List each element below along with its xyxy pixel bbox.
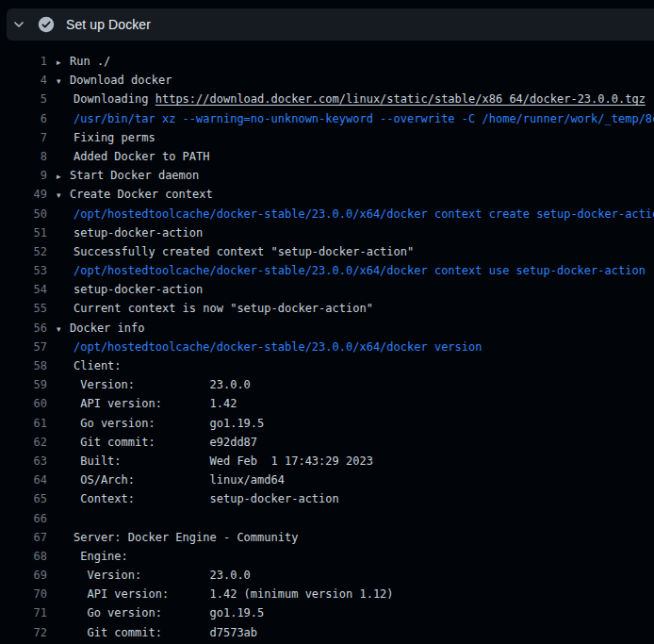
log-command-line: /opt/hostedtoolcache/docker-stable/23.0.…	[57, 338, 482, 356]
log-line: Context: setup-docker-action	[57, 489, 339, 508]
log-line: OS/Arch: linux/amd64	[57, 471, 285, 489]
triangle-expanded-icon: ▾	[57, 320, 70, 338]
log-row: 67Server: Docker Engine - Community	[0, 528, 654, 547]
log-line: API version: 1.42	[57, 394, 237, 413]
log-row: 63 Built: Wed Feb 1 17:43:29 2023	[0, 452, 654, 471]
log-group-toggle[interactable]: ▾Download docker	[57, 71, 172, 90]
line-number[interactable]: 62	[0, 433, 47, 452]
line-number[interactable]: 68	[0, 547, 47, 566]
triangle-expanded-icon: ▾	[57, 72, 70, 90]
log-row: 6/usr/bin/tar xz --warning=no-unknown-ke…	[0, 109, 654, 128]
group-label: Docker info	[70, 322, 144, 335]
line-number[interactable]: 64	[0, 471, 47, 489]
log-group-toggle[interactable]: ▸Start Docker daemon	[57, 166, 199, 185]
log-line: Version: 23.0.0	[57, 375, 251, 394]
log-row: 57/opt/hostedtoolcache/docker-stable/23.…	[0, 338, 654, 356]
line-number[interactable]: 4	[0, 71, 47, 90]
log-group-toggle[interactable]: ▾Create Docker context	[57, 185, 213, 204]
line-number[interactable]: 56	[0, 319, 47, 338]
log-line: setup-docker-action	[57, 280, 203, 299]
triangle-collapsed-icon: ▸	[57, 53, 70, 71]
group-label: Run ./	[70, 55, 110, 68]
log-row: 55Current context is now "setup-docker-a…	[0, 299, 654, 318]
log-lines: 1▸Run ./4▾Download docker5Downloading ht…	[0, 41, 654, 642]
log-row: 50/opt/hostedtoolcache/docker-stable/23.…	[0, 205, 654, 223]
log-row: 7Fixing perms	[0, 128, 654, 147]
log-row: 4▾Download docker	[0, 71, 654, 90]
log-line: Git commit: d7573ab	[57, 623, 257, 642]
line-number[interactable]: 9	[0, 166, 47, 185]
line-number[interactable]: 59	[0, 375, 47, 394]
check-circle-icon	[38, 16, 55, 33]
chevron-down-icon[interactable]	[11, 17, 26, 32]
group-label: Download docker	[70, 74, 172, 87]
line-number[interactable]: 8	[0, 147, 47, 166]
line-number[interactable]: 61	[0, 414, 47, 433]
line-number[interactable]: 53	[0, 261, 47, 280]
group-label: Start Docker daemon	[70, 169, 199, 182]
line-number[interactable]: 57	[0, 338, 47, 356]
line-number[interactable]: 54	[0, 280, 47, 299]
log-row: 62 Git commit: e92dd87	[0, 433, 654, 452]
log-line: Git commit: e92dd87	[57, 433, 257, 452]
log-row: 65 Context: setup-docker-action	[0, 489, 654, 508]
log-line: setup-docker-action	[57, 223, 203, 242]
line-number[interactable]: 50	[0, 205, 47, 223]
log-row: 66	[0, 509, 654, 528]
line-number[interactable]: 70	[0, 585, 47, 603]
log-line: Engine:	[57, 547, 128, 566]
line-number[interactable]: 52	[0, 242, 47, 261]
line-number[interactable]: 65	[0, 489, 47, 508]
log-group-toggle[interactable]: ▸Run ./	[57, 52, 110, 71]
line-number[interactable]: 69	[0, 566, 47, 585]
log-row: 64 OS/Arch: linux/amd64	[0, 471, 654, 489]
log-line: Successfully created context "setup-dock…	[57, 242, 414, 261]
log-row: 68 Engine:	[0, 547, 654, 566]
line-number[interactable]: 66	[0, 509, 47, 528]
line-number[interactable]: 5	[0, 90, 47, 108]
line-number[interactable]: 63	[0, 452, 47, 471]
log-row: 8Added Docker to PATH	[0, 147, 654, 166]
log-row: 70 API version: 1.42 (minimum version 1.…	[0, 585, 654, 603]
line-number[interactable]: 6	[0, 109, 47, 128]
log-line: Built: Wed Feb 1 17:43:29 2023	[57, 452, 373, 471]
line-number[interactable]: 1	[0, 52, 47, 71]
log-command-line: /opt/hostedtoolcache/docker-stable/23.0.…	[57, 261, 646, 280]
line-number[interactable]: 58	[0, 356, 47, 375]
triangle-collapsed-icon: ▸	[57, 167, 70, 185]
log-row: 59 Version: 23.0.0	[0, 375, 654, 394]
line-number[interactable]: 55	[0, 299, 47, 318]
log-line: Go version: go1.19.5	[57, 603, 264, 622]
log-group-toggle[interactable]: ▾Docker info	[57, 319, 144, 338]
log-row: 54setup-docker-action	[0, 280, 654, 299]
line-number[interactable]: 51	[0, 223, 47, 242]
log-line: Go version: go1.19.5	[57, 414, 264, 433]
log-row: 60 API version: 1.42	[0, 394, 654, 413]
step-header[interactable]: Set up Docker	[7, 8, 654, 41]
line-number[interactable]: 71	[0, 603, 47, 622]
log-row: 1▸Run ./	[0, 52, 654, 71]
line-number[interactable]: 72	[0, 623, 47, 642]
line-number[interactable]: 7	[0, 128, 47, 147]
line-number[interactable]: 67	[0, 528, 47, 547]
log-line: Version: 23.0.0	[57, 566, 251, 585]
actions-log-page: Set up Docker 1▸Run ./4▾Download docker5…	[0, 8, 654, 644]
log-command-line: /opt/hostedtoolcache/docker-stable/23.0.…	[57, 205, 654, 223]
triangle-expanded-icon: ▾	[57, 186, 70, 204]
log-link[interactable]: https://download.docker.com/linux/static…	[155, 92, 646, 106]
log-text: Downloading	[74, 92, 155, 106]
log-line: Added Docker to PATH	[57, 147, 210, 166]
log-line: Fixing perms	[57, 128, 155, 147]
log-row: 56▾Docker info	[0, 319, 654, 338]
line-number[interactable]: 60	[0, 394, 47, 413]
log-row: 49▾Create Docker context	[0, 185, 654, 204]
step-title: Set up Docker	[66, 17, 151, 32]
log-command-line: /usr/bin/tar xz --warning=no-unknown-key…	[57, 109, 654, 128]
log-row: 9▸Start Docker daemon	[0, 166, 654, 185]
log-row: 51setup-docker-action	[0, 223, 654, 242]
line-number[interactable]: 49	[0, 185, 47, 204]
log-row: 58Client:	[0, 356, 654, 375]
log-line: Current context is now "setup-docker-act…	[57, 299, 373, 318]
log-line: Client:	[57, 356, 122, 375]
log-line: API version: 1.42 (minimum version 1.12)	[57, 585, 394, 603]
